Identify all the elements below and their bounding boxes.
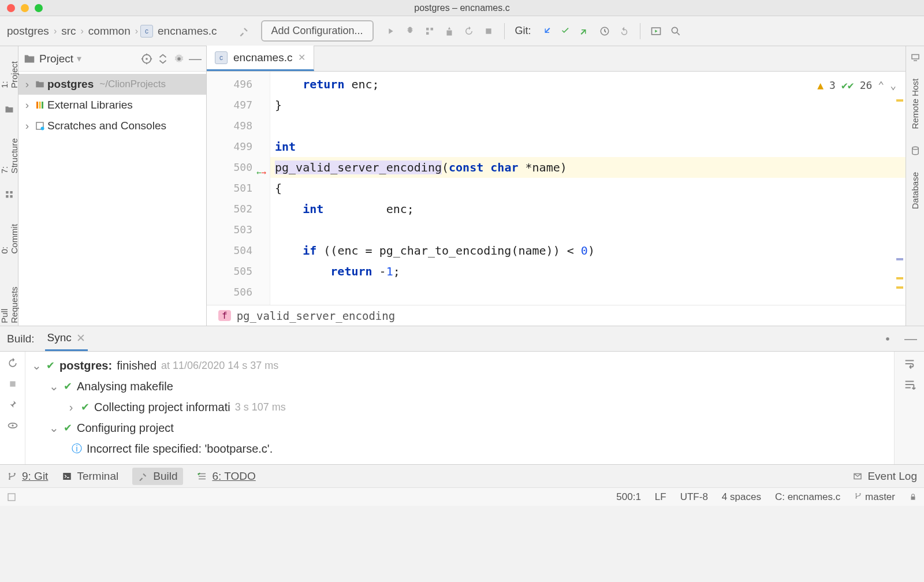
breadcrumb-common[interactable]: common — [86, 25, 133, 38]
expand-arrow-icon[interactable]: › — [66, 401, 76, 414]
bb-label: Event Log — [867, 470, 917, 483]
dropdown-icon[interactable]: ▾ — [77, 53, 81, 64]
minimize-window-button[interactable] — [21, 4, 29, 12]
tree-root-postgres[interactable]: › postgres ~/ClionProjects — [18, 74, 206, 95]
svg-rect-7 — [36, 102, 38, 109]
build-row-collecting[interactable]: › ✔ Collecting project informati 3 s 107… — [31, 397, 894, 417]
rail-project[interactable]: 1: Project — [0, 51, 19, 91]
line-gutter[interactable]: 496 497 498 499 500←→ 501 502 503 504 50… — [207, 72, 270, 305]
stop-icon[interactable] — [480, 23, 497, 40]
bb-label: Build — [153, 470, 177, 483]
gear-icon[interactable] — [881, 333, 894, 345]
maximize-window-button[interactable] — [35, 4, 43, 12]
build-time: 3 s 107 ms — [235, 401, 286, 413]
error-stripe[interactable] — [895, 72, 903, 305]
build-row-root[interactable]: ⌄ ✔ postgres: finished at 11/06/2020 14 … — [31, 355, 894, 376]
scratches-icon — [35, 121, 45, 131]
file-encoding[interactable]: UTF-8 — [680, 491, 708, 503]
tool-windows-icon[interactable] — [7, 493, 16, 502]
close-window-button[interactable] — [7, 4, 15, 12]
bb-terminal[interactable]: Terminal — [62, 470, 118, 483]
bb-todo[interactable]: 6: TODO — [197, 470, 255, 483]
inspection-widget[interactable]: ▲ 3 ✔✔ 26 ⌃ ⌄ — [817, 75, 896, 96]
build-output-tree[interactable]: ⌄ ✔ postgres: finished at 11/06/2020 14 … — [25, 352, 894, 464]
collapse-arrow-icon[interactable]: ⌄ — [31, 359, 42, 372]
lock-icon[interactable] — [909, 493, 917, 501]
expand-arrow-icon[interactable]: › — [22, 120, 32, 132]
rail-database[interactable]: Database — [910, 170, 920, 211]
branch-icon — [7, 471, 17, 482]
vcs-push-icon[interactable] — [576, 23, 594, 40]
gear-icon[interactable] — [173, 53, 185, 65]
minimize-panel-icon[interactable]: — — [189, 51, 202, 66]
profile-icon[interactable] — [441, 23, 458, 40]
rail-pull-requests[interactable]: Pull Requests — [0, 270, 19, 326]
expand-arrow-icon[interactable]: › — [22, 99, 32, 111]
warning-count: 3 — [829, 75, 836, 96]
line-separator[interactable]: LF — [655, 491, 666, 503]
close-tab-icon[interactable]: ✕ — [298, 52, 305, 63]
build-time: at 11/06/2020 14 s 37 ms — [161, 360, 278, 372]
stop-icon[interactable] — [8, 379, 17, 389]
vcs-change-marker-icon[interactable]: ←→ — [256, 162, 266, 182]
run-icon[interactable] — [382, 23, 399, 40]
scroll-to-end-icon[interactable] — [903, 378, 916, 391]
project-title[interactable]: Project — [39, 53, 73, 65]
build-message: Incorrect file specified: 'bootparse.c'. — [87, 442, 273, 456]
expand-all-icon[interactable] — [157, 53, 169, 65]
locate-icon[interactable] — [140, 53, 153, 65]
breadcrumb-function: pg_valid_server_encoding — [237, 309, 396, 322]
build-hammer-icon[interactable] — [236, 23, 253, 40]
pin-icon[interactable] — [8, 399, 18, 409]
bb-git[interactable]: 9: Git — [7, 470, 48, 483]
editor-tab-encnames[interactable]: c encnames.c ✕ — [207, 46, 314, 71]
build-row-configuring[interactable]: ⌄ ✔ Configuring project — [31, 417, 894, 438]
eye-icon[interactable] — [7, 420, 18, 431]
collapse-arrow-icon[interactable]: ⌄ — [49, 379, 59, 393]
add-configuration-button[interactable]: Add Configuration... — [261, 20, 374, 42]
git-branch[interactable]: master — [854, 491, 895, 503]
prev-highlight-icon[interactable]: ⌃ — [878, 75, 884, 96]
rail-remote-host[interactable]: Remote Host — [910, 76, 920, 132]
breadcrumb-src[interactable]: src — [59, 25, 78, 38]
titlebar: postgres – encnames.c — [0, 0, 924, 16]
vcs-commit-icon[interactable] — [557, 23, 574, 40]
build-tab-sync[interactable]: Sync ✕ — [45, 327, 88, 351]
bb-event-log[interactable]: Event Log — [852, 470, 917, 483]
bb-build[interactable]: Build — [132, 468, 183, 485]
rail-structure[interactable]: 7: Structure — [0, 128, 19, 176]
svg-point-3 — [672, 27, 677, 33]
soft-wrap-icon[interactable] — [903, 357, 916, 370]
context-label[interactable]: C: encnames.c — [775, 491, 840, 503]
tree-scratches[interactable]: › Scratches and Consoles — [18, 115, 206, 136]
breadcrumb-root[interactable]: postgres — [5, 25, 51, 38]
rail-commit[interactable]: 0: Commit — [0, 214, 19, 256]
breadcrumb-file[interactable]: encnames.c — [155, 25, 219, 38]
rerun-icon[interactable] — [460, 23, 478, 40]
vcs-history-icon[interactable] — [596, 23, 613, 40]
vcs-update-icon[interactable] — [537, 23, 554, 40]
editor-body[interactable]: 496 497 498 499 500←→ 501 502 503 504 50… — [207, 72, 906, 305]
caret-position[interactable]: 500:1 — [616, 491, 641, 503]
build-row-info[interactable]: ⓘ Incorrect file specified: 'bootparse.c… — [31, 438, 894, 459]
refresh-icon[interactable] — [7, 357, 18, 369]
vcs-rollback-icon[interactable] — [616, 23, 633, 40]
coverage-icon[interactable] — [421, 23, 438, 40]
close-tab-icon[interactable]: ✕ — [76, 331, 85, 345]
build-row-analysing[interactable]: ⌄ ✔ Analysing makefile — [31, 376, 894, 397]
code-area[interactable]: return enc; } int pg_valid_server_encodi… — [270, 72, 906, 305]
project-tree[interactable]: › postgres ~/ClionProjects › External Li… — [18, 72, 206, 139]
info-icon: ⓘ — [72, 442, 82, 456]
collapse-arrow-icon[interactable]: ⌄ — [49, 421, 59, 435]
editor-breadcrumb[interactable]: f pg_valid_server_encoding — [207, 305, 906, 326]
indent-setting[interactable]: 4 spaces — [722, 491, 761, 503]
function-badge-icon: f — [218, 310, 231, 321]
build-tool-window: Build: Sync ✕ — ⌄ ✔ postgres: finished a… — [0, 326, 924, 464]
search-everywhere-icon[interactable] — [667, 23, 684, 40]
debug-icon[interactable] — [401, 23, 419, 40]
run-config-icon[interactable] — [647, 23, 665, 40]
left-tool-rail: 1: Project 7: Structure 0: Commit Pull R… — [0, 46, 18, 326]
expand-arrow-icon[interactable]: › — [22, 78, 32, 91]
tree-external-libraries[interactable]: › External Libraries — [18, 95, 206, 115]
minimize-panel-icon[interactable]: — — [904, 331, 917, 346]
